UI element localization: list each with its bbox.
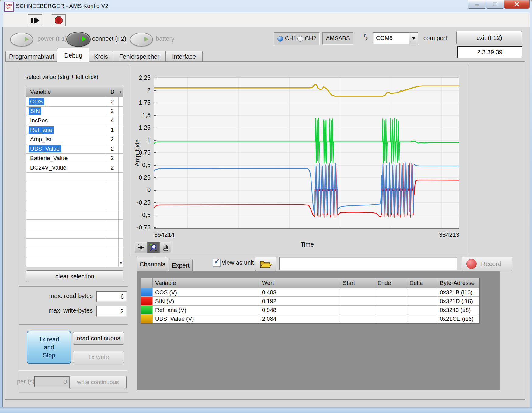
max-write-bytes-field[interactable]: 2 bbox=[96, 306, 127, 317]
tab-expert[interactable]: Expert bbox=[169, 259, 193, 271]
ch2-radio[interactable] bbox=[297, 36, 303, 42]
per-seconds-label: per (s) bbox=[17, 378, 35, 385]
app-icon: AMS V23 bbox=[4, 2, 14, 12]
zoom-tool-button[interactable] bbox=[147, 242, 159, 253]
divider bbox=[19, 286, 128, 287]
read-once-stop-button[interactable]: 1x read and Stop bbox=[27, 331, 71, 364]
exit-button[interactable]: exit (F12) bbox=[456, 31, 522, 44]
max-read-bytes-field[interactable]: 6 bbox=[96, 291, 127, 302]
read-stop-line: Stop bbox=[39, 351, 59, 359]
empty-row[interactable] bbox=[26, 220, 123, 229]
record-button[interactable]: Record bbox=[462, 257, 512, 271]
scroll-down-icon[interactable]: ▼ bbox=[119, 261, 123, 265]
com-port-select[interactable]: COM8 bbox=[373, 32, 412, 44]
column-variable: Variable bbox=[26, 89, 106, 95]
record-dot-icon bbox=[466, 259, 477, 269]
com-port-dropdown-button[interactable] bbox=[409, 32, 418, 44]
open-folder-icon bbox=[259, 260, 272, 268]
x-axis-start-label: 354214 bbox=[154, 231, 175, 238]
channel-row[interactable]: SIN (V)0,1920x321D (i16) bbox=[141, 297, 479, 306]
empty-row[interactable] bbox=[26, 191, 123, 201]
y-tick-label: 1,25 bbox=[129, 124, 151, 131]
view-as-unit-label: view as unit bbox=[222, 259, 254, 266]
variable-row[interactable]: Ref_ana 1 bbox=[26, 125, 123, 135]
record-label: Record bbox=[481, 260, 502, 268]
empty-row[interactable] bbox=[26, 210, 123, 220]
max-read-bytes-label: max. read-bytes bbox=[27, 292, 93, 299]
app-window: AMS V23 SCHNEEBERGER - AMS Konfig V2 pow… bbox=[0, 0, 532, 413]
connect-toggle[interactable] bbox=[66, 32, 91, 47]
tab-channels[interactable]: Channels bbox=[137, 257, 168, 271]
column-delta: Delta bbox=[407, 278, 437, 288]
variable-row[interactable]: SIN 2 bbox=[26, 107, 123, 116]
pan-tool-button[interactable] bbox=[159, 242, 171, 253]
max-write-bytes-label: max. write-bytes bbox=[27, 307, 93, 314]
zoom-icon bbox=[149, 243, 157, 251]
tab-programmablauf[interactable]: Programmablauf bbox=[5, 51, 58, 62]
title-bar: AMS V23 SCHNEEBERGER - AMS Konfig V2 bbox=[0, 0, 532, 12]
waveform-plot[interactable] bbox=[154, 77, 459, 229]
minimize-button[interactable] bbox=[468, 0, 486, 9]
scroll-up-icon[interactable]: ▲ bbox=[119, 90, 123, 94]
clear-selection-button[interactable]: clear selection bbox=[26, 270, 123, 282]
read-stop-line: and bbox=[39, 343, 59, 351]
power-toggle[interactable] bbox=[10, 33, 33, 47]
column-start: Start bbox=[340, 278, 375, 288]
y-tick-label: 0,25 bbox=[129, 174, 151, 181]
ch1-radio[interactable] bbox=[277, 36, 283, 42]
select-value-hint: select value (strg + left click) bbox=[26, 74, 98, 80]
channel-row[interactable]: COS (V)0,4830x321B (i16) bbox=[141, 288, 479, 297]
close-button[interactable] bbox=[504, 0, 530, 9]
battery-toggle[interactable] bbox=[130, 33, 153, 47]
read-continuous-button[interactable]: read continuous bbox=[73, 332, 124, 345]
empty-row[interactable] bbox=[26, 229, 123, 239]
empty-row[interactable] bbox=[26, 182, 123, 191]
tab-fehlerspeicher[interactable]: Fehlerspeicher bbox=[113, 51, 166, 62]
open-file-button[interactable] bbox=[255, 257, 276, 271]
x-axis-label: Time bbox=[286, 241, 329, 248]
write-continuous-button[interactable]: write continuous bbox=[69, 376, 127, 389]
channel-selector: CH1 CH2 bbox=[274, 32, 320, 45]
record-file-path-input[interactable] bbox=[279, 257, 457, 270]
variable-row[interactable]: UBS_Value 2 bbox=[26, 144, 123, 154]
per-seconds-field[interactable]: 0 bbox=[34, 376, 70, 387]
read-stop-line: 1x read bbox=[39, 335, 59, 343]
empty-row[interactable] bbox=[26, 248, 123, 257]
empty-row[interactable] bbox=[26, 257, 123, 267]
maximize-icon bbox=[493, 2, 498, 6]
y-tick-label: 2 bbox=[129, 87, 151, 94]
view-as-unit-checkbox[interactable]: ✓ bbox=[213, 259, 221, 267]
battery-label: battery bbox=[156, 35, 174, 42]
channel-row[interactable]: UBS_Value (V)2,0840x21CE (i16) bbox=[141, 314, 479, 323]
y-tick-label: -0,5 bbox=[129, 212, 151, 219]
stop-button[interactable] bbox=[52, 14, 66, 26]
variable-row[interactable]: Amp_Ist 2 bbox=[26, 135, 123, 144]
y-tick-label: -0,25 bbox=[129, 199, 151, 206]
variable-table[interactable]: Variable B ▲ COS 2 SIN 2 IncPos 4 Ref_an… bbox=[26, 87, 123, 267]
empty-row[interactable] bbox=[26, 239, 123, 248]
cursor-tool-button[interactable] bbox=[135, 242, 147, 253]
run-arrow-icon bbox=[30, 17, 40, 24]
variable-row[interactable]: Batterie_Value 2 bbox=[26, 154, 123, 163]
channel-row[interactable]: Ref_ana (V)0,9480x3243 (u8) bbox=[141, 306, 479, 314]
channel-color-swatch bbox=[141, 297, 153, 306]
empty-row[interactable] bbox=[26, 173, 123, 182]
channels-table-header: VariableWertStartEndeDeltaByte-Adresse bbox=[141, 278, 479, 288]
y-tick-label: 0 bbox=[129, 187, 151, 194]
write-once-button[interactable]: 1x write bbox=[73, 351, 124, 363]
x-axis-end-label: 384213 bbox=[429, 231, 459, 238]
maximize-button[interactable] bbox=[486, 0, 504, 9]
variable-row[interactable]: COS 2 bbox=[26, 97, 123, 107]
pan-hand-icon bbox=[162, 243, 169, 251]
variable-row[interactable]: DC24V_Value 2 bbox=[26, 163, 123, 173]
crosshair-icon bbox=[137, 243, 145, 251]
channel-color-swatch bbox=[141, 314, 153, 323]
tab-debug[interactable]: Debug bbox=[57, 48, 89, 62]
variable-row[interactable]: IncPos 4 bbox=[26, 116, 123, 125]
run-button[interactable] bbox=[28, 14, 42, 26]
tab-kreis[interactable]: Kreis bbox=[89, 51, 113, 62]
app-icon-text2: V23 bbox=[6, 7, 11, 9]
channels-table[interactable]: VariableWertStartEndeDeltaByte-Adresse C… bbox=[141, 278, 480, 324]
empty-row[interactable] bbox=[26, 201, 123, 210]
tab-interface[interactable]: Interface bbox=[165, 51, 203, 62]
